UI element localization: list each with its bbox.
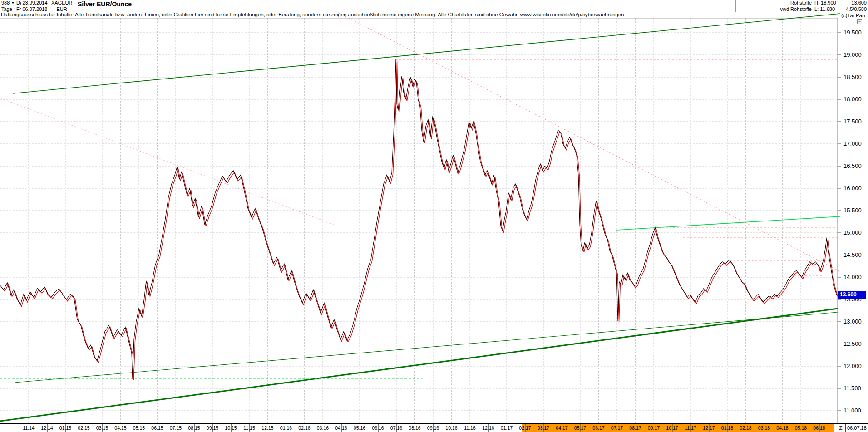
x-axis-month-label: 02.17 [516,425,534,431]
currency-code: EUR [50,6,74,12]
x-axis-month-label: 02.16 [296,425,314,431]
x-axis-month-label: 01.16 [277,425,295,431]
x-axis-month-label: 02.15 [75,425,93,431]
y-axis-tick-label: 12.000 [843,363,862,369]
collapse-icon[interactable]: − [857,19,862,24]
x-axis-month-label: 05.16 [350,425,369,431]
date-from[interactable]: Di 23.09.2014 [15,0,50,6]
y-axis-tick-label: 16.500 [843,162,862,169]
x-axis-month-label: 05.18 [792,425,810,431]
x-axis-month-label: 04.17 [553,425,571,431]
last-price-badge: 13.600 [838,291,866,299]
x-axis-month-label: 02.18 [737,425,755,431]
x-axis-bar: 11.1412.1401.1502.1503.1504.1505.1506.15… [0,423,868,432]
y-axis-tick-label: 19.500 [843,29,862,36]
x-axis-month-label: 07.16 [387,425,405,431]
x-axis-month-label: 05.17 [571,425,589,431]
period-low: L: 11.680 [813,6,843,12]
x-axis-month-label: 10.15 [222,425,240,431]
y-axis-tick-label: 17.500 [843,118,862,125]
y-axis-tick-label: 14.500 [843,251,862,258]
symbol-code: XAGEUR [50,0,74,6]
x-axis-month-label: 01.17 [498,425,516,431]
x-axis-month-label: 09.17 [645,425,663,431]
x-axis-month-label: 10.17 [663,425,681,431]
x-axis-month-label: 03.17 [534,425,552,431]
x-axis-month-label: 04.15 [112,425,130,431]
x-axis-month-label: 07.17 [608,425,626,431]
x-axis-month-label: 07.15 [167,425,185,431]
y-axis-tick-label: 11.500 [843,385,861,392]
x-axis-month-label: 12.16 [479,425,498,431]
timeframe-dropdown[interactable]: Tage ▼ [0,6,15,12]
y-axis-tick-label: 12.500 [843,340,862,347]
x-axis-month-label: 08.17 [626,425,645,431]
lower-support-thin [15,312,838,383]
x-axis-month-label: 08.16 [406,425,424,431]
change-value: 4.5/0.580 [842,6,868,12]
x-axis-month-label: 06.15 [148,425,167,431]
x-axis-month-label: 04.16 [332,425,350,431]
y-axis-tick-label: 15.500 [843,207,862,214]
chevron-down-icon: ▼ [11,1,15,5]
x-axis-month-label: 11.14 [20,425,38,431]
x-axis-month-label: 11.15 [240,425,258,431]
disclaimer-text: Haftungsausschluss für Inhalte: Alle Tre… [1,12,624,17]
x-axis-month-label: 06.16 [369,425,387,431]
copyright-label: (c)Tai-Pan [841,13,865,18]
y-axis-tick-label: 13.000 [843,318,862,325]
x-axis-month-label: 08.15 [185,425,203,431]
upper-trend-channel [13,14,840,93]
price-chart-canvas[interactable]: 19.50019.00018.50018.00017.50017.00016.5… [0,0,868,432]
y-axis-tick-label: 15.000 [843,229,862,236]
y-axis-tick-label: 18.500 [843,74,862,80]
y-axis-tick-label: 11.000 [843,407,861,414]
x-axis-month-label: 04.18 [774,425,792,431]
y-axis-tick-label: 16.000 [843,185,862,191]
x-axis-month-label: 12.17 [700,425,718,431]
x-axis-month-label: 11.16 [461,425,479,431]
y-axis-tick-label: 19.000 [843,51,862,58]
x-axis-month-label: 01.15 [56,425,74,431]
page-title: Silver EUR/Ounce [76,0,133,8]
taipan-chart-window: 19.50019.00018.50018.00017.50017.00016.5… [0,0,868,432]
zoom-z-button[interactable]: Z [836,424,846,432]
x-axis-month-label: 03.15 [93,425,111,431]
x-axis-month-label: 10.16 [443,425,461,431]
x-axis-month-label: 06.18 [810,425,829,431]
x-axis-month-label: 12.14 [38,425,56,431]
x-axis-month-label: 06.17 [590,425,608,431]
y-axis-tick-label: 14.000 [843,274,862,280]
x-axis-month-label: 12.15 [259,425,277,431]
period-high: H: 18.900 [813,0,843,6]
down-trend-left [0,98,336,226]
periods-dropdown[interactable]: 988 ▼ [0,0,15,6]
lower-support-thick [0,309,838,421]
x-axis-month-label: 03.16 [314,425,332,431]
x-axis-month-label: 01.18 [718,425,736,431]
y-axis-tick-label: 17.000 [843,140,862,147]
data-source-line1: Rohstoffe [735,0,814,6]
end-date-label: 06.07.18 [847,425,867,431]
x-axis-month-label: 09.15 [203,425,222,431]
x-axis-month-label: 05.15 [130,425,148,431]
chart-header: 988 ▼ Di 23.09.2014 XAGEUR Tage ▼ Fr 06.… [0,0,868,12]
x-axis-month-label: 11.17 [681,425,700,431]
x-axis-month-label: 03.18 [755,425,773,431]
x-axis-month-label: 09.16 [424,425,442,431]
y-axis-tick-label: 18.000 [843,96,862,103]
last-price-header: 13.600 [842,0,868,6]
data-source-line2: vwd Rohstoffe [735,6,814,12]
date-to[interactable]: Fr 06.07.2018 [15,6,50,12]
